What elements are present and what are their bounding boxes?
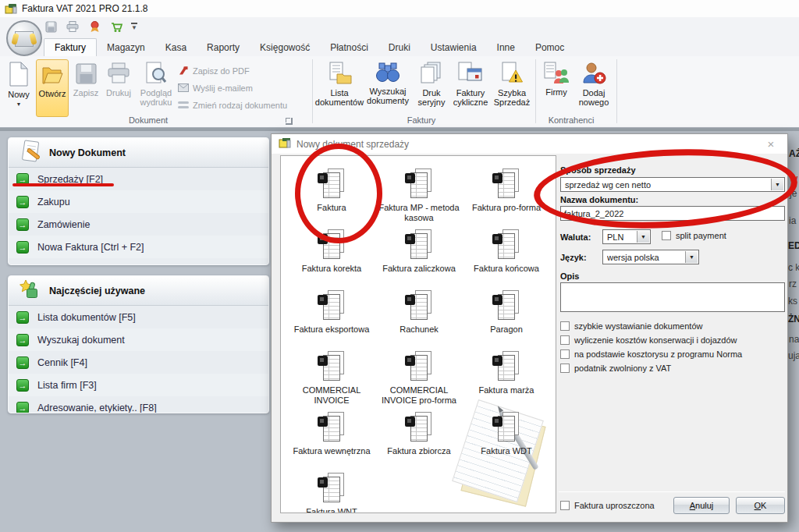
tab-druki[interactable]: Druki <box>378 39 421 56</box>
document-list-button[interactable]: Lista dokumentów <box>317 59 362 117</box>
tab-kasa[interactable]: Kasa <box>155 39 197 56</box>
doc-type-koncowa[interactable]: Faktura końcowa <box>463 229 550 290</box>
new-button[interactable]: Nowy ▼ <box>3 59 34 117</box>
title-bar: Faktura VAT 2021 PRO 21.1.8 <box>0 0 799 17</box>
tab-platnosci[interactable]: Płatności <box>320 39 378 56</box>
doc-type-pro-forma[interactable]: Faktura pro-forma <box>463 168 550 229</box>
search-documents-button[interactable]: Wyszukaj dokumenty <box>364 59 412 117</box>
save-button[interactable]: Zapisz <box>70 59 101 117</box>
checkbox-icon[interactable] <box>662 231 671 240</box>
sidebar-item-lista-firm[interactable]: → Lista firm [F3] <box>9 374 268 396</box>
doc-type-faktura-mp[interactable]: Faktura MP - metoda kasowa <box>375 168 463 229</box>
checkbox-icon[interactable] <box>560 501 570 510</box>
chevron-down-icon[interactable]: ▼ <box>685 251 698 263</box>
sidebar-item-wyszukaj-dokument[interactable]: → Wyszukaj dokument <box>9 328 268 351</box>
doc-type-wnt[interactable]: Faktura WNT <box>288 473 375 513</box>
doc-type-commercial-proforma[interactable]: COMMERCIAL INVOICE pro-forma <box>375 351 463 412</box>
qat-customize-icon[interactable]: ▼ <box>131 23 137 30</box>
invoice-doc-icon <box>404 168 434 201</box>
ribbon: Nowy ▼ Otwórz Zapisz Drukuj Podgląd wydr… <box>0 56 799 128</box>
maintenance-costs-checkbox[interactable]: wyliczenie kosztów konserwacji i dojazdó… <box>560 335 737 345</box>
sidebar-item-lista-dokumentow[interactable]: → Lista dokumentów [F5] <box>9 306 268 328</box>
sidebar-item-cennik[interactable]: → Cennik [F4] <box>9 351 268 374</box>
doc-type-eksportowa[interactable]: Faktura eksportowa <box>288 290 375 351</box>
warning-page-icon <box>499 62 524 87</box>
chevron-down-icon[interactable]: ▼ <box>771 179 783 190</box>
sidebar-item-zakupu[interactable]: → Zakupu <box>9 190 268 213</box>
tab-faktury[interactable]: Faktury <box>44 38 97 56</box>
doc-type-marza[interactable]: Faktura marża <box>463 351 550 412</box>
description-textarea[interactable] <box>560 282 785 312</box>
checkbox-icon[interactable] <box>560 335 570 345</box>
doc-type-zbiorcza[interactable]: Faktura zbiorcza <box>375 412 463 473</box>
doc-type-commercial-invoice[interactable]: COMMERCIAL INVOICE <box>288 351 375 412</box>
quick-issuing-checkbox[interactable]: szybkie wystawianie dokumentów <box>560 321 702 331</box>
send-email-button[interactable]: Wyślij e-mailem <box>178 81 253 95</box>
dialog-title-bar[interactable]: Nowy dokument sprzedaży × <box>272 134 787 154</box>
serial-print-button[interactable]: Druk seryjny <box>414 59 449 117</box>
recurring-invoices-button[interactable]: Faktury cykliczne <box>451 59 490 117</box>
certificate-icon[interactable] <box>87 20 101 34</box>
companies-button[interactable]: Firmy <box>540 59 573 117</box>
doc-type-paragon[interactable]: Paragon <box>463 290 550 351</box>
sidebar-item-sprzedazy[interactable]: → Sprzedaży [F2] <box>9 168 268 190</box>
doc-type-faktura[interactable]: Faktura <box>288 168 375 229</box>
sidebar-item-zamowienie[interactable]: → Zamówienie <box>9 213 268 236</box>
open-button[interactable]: Otwórz <box>36 59 69 117</box>
checkbox-icon[interactable] <box>560 349 570 359</box>
change-doc-type-button[interactable]: Zmień rodzaj dokumentu <box>178 98 287 112</box>
tab-magazyn[interactable]: Magazyn <box>97 39 155 56</box>
tab-ustawienia[interactable]: Ustawienia <box>421 39 487 56</box>
doc-type-zaliczkowa[interactable]: Faktura zaliczkowa <box>375 229 463 290</box>
cancel-button[interactable]: Anuluj <box>673 497 730 514</box>
tab-inne[interactable]: Inne <box>487 39 525 56</box>
simplified-invoice-checkbox[interactable]: Faktura uproszczona <box>560 501 655 510</box>
dialog-launcher-icon[interactable] <box>286 118 293 125</box>
norma-estimate-checkbox[interactable]: na podstawie kosztorysu z programu Norma <box>560 349 742 359</box>
save-icon[interactable] <box>44 20 58 34</box>
save-pdf-button[interactable]: Zapisz do PDF <box>178 64 250 78</box>
chevron-down-icon[interactable]: ▼ <box>637 231 649 243</box>
change-type-icon <box>178 101 189 111</box>
new-sale-document-dialog: Nowy dokument sprzedaży × Faktura Faktur… <box>271 133 788 523</box>
doc-type-wewnetrzna[interactable]: Faktura wewnętrzna <box>288 412 375 473</box>
tab-raporty[interactable]: Raporty <box>197 39 250 56</box>
group-label-faktury: Faktury <box>359 115 484 125</box>
print-button[interactable]: Drukuj <box>103 59 134 117</box>
panel-new-document-title: Nowy Dokument <box>49 147 126 158</box>
sidebar-item-adresowanie[interactable]: → Adresowanie, etykiety.. [F8] <box>9 396 268 413</box>
checkbox-icon[interactable] <box>560 321 570 331</box>
checkbox-icon[interactable] <box>560 364 570 373</box>
document-name-input[interactable] <box>560 206 785 221</box>
doc-type-rachunek[interactable]: Rachunek <box>375 290 463 351</box>
sidebar-item-label: Sprzedaży [F2] <box>37 174 103 185</box>
application-menu-button[interactable] <box>6 20 42 56</box>
window-title: Faktura VAT 2021 PRO 21.1.8 <box>22 3 147 14</box>
vat-exempt-checkbox[interactable]: podatnik zwolniony z VAT <box>560 364 671 373</box>
sidebar-item-nowa-faktura[interactable]: → Nowa Faktura [Ctrl + F2] <box>9 236 268 258</box>
print-icon[interactable] <box>66 20 80 34</box>
doc-type-korekta[interactable]: Faktura korekta <box>288 229 375 290</box>
tab-pomoc[interactable]: Pomoc <box>525 39 574 56</box>
ok-button[interactable]: OK <box>736 497 785 514</box>
invoice-doc-icon <box>492 290 521 323</box>
invoice-doc-icon <box>404 412 434 445</box>
print-preview-button[interactable]: Podgląd wydruku <box>136 59 176 117</box>
envelope-icon <box>178 83 189 94</box>
tab-ksiegowosc[interactable]: Księgowość <box>250 39 320 56</box>
cart-icon[interactable] <box>109 20 123 34</box>
currency-select[interactable]: PLN ▼ <box>602 229 651 244</box>
doc-type-wdt[interactable]: Faktura WDT <box>463 412 550 473</box>
close-icon[interactable]: × <box>764 137 778 151</box>
sale-method-select[interactable]: sprzedaż wg cen netto ▼ <box>560 177 785 192</box>
companies-icon <box>544 62 569 86</box>
invoice-doc-icon <box>317 229 346 262</box>
new-dropdown-icon[interactable]: ▼ <box>16 100 22 109</box>
split-payment-checkbox[interactable]: split payment <box>662 231 726 240</box>
add-contractor-button[interactable]: Dodaj nowego <box>574 59 613 117</box>
add-person-icon <box>581 62 606 87</box>
language-select[interactable]: wersja polska ▼ <box>602 250 699 264</box>
quick-sale-button[interactable]: Szybka Sprzedaż <box>492 59 532 117</box>
invoice-doc-icon <box>492 351 521 384</box>
sidebar-item-label: Zakupu <box>37 197 70 207</box>
